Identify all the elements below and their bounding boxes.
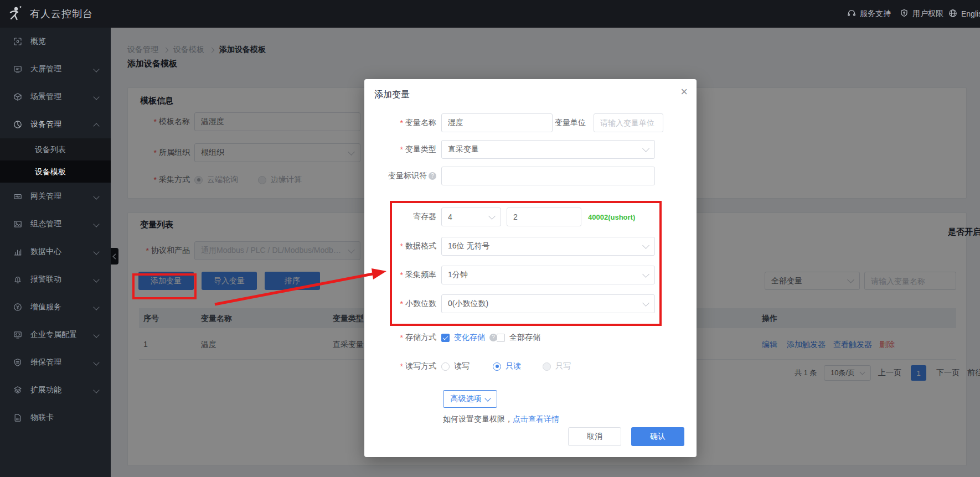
sidebar-item-label: 企业专属配置 bbox=[30, 330, 77, 340]
sidebar-item-label: 概览 bbox=[30, 37, 46, 46]
sidebar-item-label: 大屏管理 bbox=[30, 64, 61, 74]
variable-type-label: 变量类型 bbox=[364, 140, 436, 159]
gateway-icon bbox=[13, 192, 22, 201]
sidebar-item-scada-mgmt[interactable]: 组态管理 bbox=[0, 210, 111, 238]
permission-help-text: 如何设置变量权限，点击查看详情 bbox=[443, 414, 559, 424]
collect-frequency-label: 采集频率 bbox=[364, 266, 436, 284]
service-support-link[interactable]: 服务支持 bbox=[847, 0, 891, 28]
storage-method-label: 存储方式 bbox=[364, 328, 436, 347]
shield-lines-icon bbox=[13, 358, 22, 367]
cancel-button[interactable]: 取消 bbox=[568, 427, 621, 446]
radio-selected-icon[interactable] bbox=[493, 362, 501, 371]
sidebar-item-screen-mgmt[interactable]: 大屏管理 bbox=[0, 55, 111, 83]
decimal-places-select[interactable]: 0(小数位数) bbox=[441, 294, 655, 313]
chevron-down-icon bbox=[642, 299, 649, 307]
chevron-down-icon bbox=[642, 242, 649, 249]
register-type-select[interactable]: 4 bbox=[441, 208, 501, 226]
help-question-icon[interactable] bbox=[429, 172, 436, 180]
variable-unit-label: 变量单位 bbox=[555, 113, 588, 132]
bar-chart-icon bbox=[13, 247, 22, 256]
variable-type-select[interactable]: 直采变量 bbox=[441, 140, 655, 159]
data-format-value: 16位 无符号 bbox=[448, 241, 489, 251]
chevron-left-icon bbox=[112, 253, 118, 259]
rw-method-label: 读写方式 bbox=[364, 357, 436, 376]
sidebar-item-alarm-linkage[interactable]: 报警联动 bbox=[0, 266, 111, 293]
picture-icon bbox=[13, 220, 22, 229]
monitor-code-icon bbox=[13, 330, 22, 339]
sidebar-item-device-mgmt[interactable]: 设备管理 bbox=[0, 111, 111, 138]
collect-frequency-select[interactable]: 1分钟 bbox=[441, 266, 655, 284]
radio-disabled-icon bbox=[543, 362, 551, 371]
storage-all-option[interactable]: 全部存储 bbox=[497, 328, 540, 347]
chevron-down-icon bbox=[93, 193, 99, 199]
variable-identifier-input[interactable] bbox=[441, 167, 655, 185]
variable-name-input[interactable] bbox=[441, 113, 553, 132]
headset-icon bbox=[847, 9, 856, 19]
storage-all-label: 全部存储 bbox=[509, 333, 540, 343]
sidebar-subitem-label: 设备模板 bbox=[35, 167, 66, 176]
variable-type-value: 直采变量 bbox=[448, 144, 479, 154]
chevron-down-icon bbox=[93, 94, 99, 100]
sidebar-item-maintenance[interactable]: 维保管理 bbox=[0, 349, 111, 376]
pie-chart-icon bbox=[13, 120, 22, 129]
sidebar-item-data-center[interactable]: 数据中心 bbox=[0, 238, 111, 266]
close-icon[interactable] bbox=[680, 86, 688, 98]
big-screen-icon bbox=[13, 65, 22, 74]
layers-icon bbox=[13, 386, 22, 395]
checkbox-checked-icon[interactable] bbox=[441, 334, 450, 342]
chevron-down-icon bbox=[93, 248, 99, 255]
sidebar-item-label: 增值服务 bbox=[30, 302, 61, 312]
checkbox-unchecked-icon[interactable] bbox=[497, 334, 505, 342]
rw-option-readonly[interactable]: 只读 bbox=[493, 357, 521, 376]
device-mgmt-submenu: 设备列表 设备模板 bbox=[0, 138, 111, 183]
sidebar-item-enterprise-config[interactable]: 企业专属配置 bbox=[0, 321, 111, 349]
decimal-places-value: 0(小数位数) bbox=[448, 299, 488, 309]
radio-unselected-icon[interactable] bbox=[441, 362, 450, 371]
rw-option-readwrite[interactable]: 读写 bbox=[441, 357, 470, 376]
data-format-select[interactable]: 16位 无符号 bbox=[441, 237, 655, 256]
sidebar-item-device-template[interactable]: 设备模板 bbox=[0, 160, 111, 183]
sidebar-item-label: 维保管理 bbox=[30, 357, 61, 367]
sidebar-item-iot-card[interactable]: 物联卡 bbox=[0, 404, 111, 432]
chevron-down-icon bbox=[93, 66, 99, 72]
sidebar-item-label: 设备管理 bbox=[30, 120, 61, 129]
add-variable-modal: 添加变量 变量名称 变量单位 变量类型 直采变量 变量标识符 寄存器 4 400… bbox=[364, 79, 697, 457]
variable-unit-input[interactable] bbox=[594, 113, 663, 132]
confirm-button[interactable]: 确认 bbox=[631, 427, 684, 446]
variable-name-label: 变量名称 bbox=[364, 113, 436, 132]
view-details-link[interactable]: 点击查看详情 bbox=[513, 414, 559, 423]
sidebar-item-gateway-mgmt[interactable]: 网关管理 bbox=[0, 183, 111, 210]
sidebar-item-extensions[interactable]: 扩展功能 bbox=[0, 376, 111, 404]
sidebar-item-label: 网关管理 bbox=[30, 191, 61, 201]
sidebar-item-value-added[interactable]: 增值服务 bbox=[0, 293, 111, 321]
sidebar-collapse-handle[interactable] bbox=[111, 248, 118, 265]
storage-change-option[interactable]: 变化存储 bbox=[441, 328, 497, 347]
register-type-value: 4 bbox=[448, 212, 452, 221]
language-switch-link[interactable]: English bbox=[948, 0, 980, 28]
value-service-icon bbox=[13, 303, 22, 312]
user-permission-link[interactable]: 用户权限 bbox=[900, 0, 943, 28]
storage-change-label: 变化存储 bbox=[454, 333, 485, 343]
variable-identifier-label: 变量标识符 bbox=[364, 167, 436, 185]
register-address-input[interactable] bbox=[507, 208, 581, 226]
service-support-label: 服务支持 bbox=[860, 9, 891, 19]
advanced-options-button[interactable]: 高级选项 bbox=[443, 390, 497, 408]
language-label: English bbox=[961, 9, 980, 18]
sidebar-item-overview[interactable]: 概览 bbox=[0, 28, 111, 55]
user-permission-label: 用户权限 bbox=[912, 9, 943, 19]
chevron-down-icon bbox=[93, 359, 99, 365]
register-label: 寄存器 bbox=[364, 208, 436, 226]
help-question-icon[interactable] bbox=[489, 334, 497, 341]
chevron-down-icon bbox=[93, 221, 99, 227]
chevron-down-icon bbox=[642, 271, 649, 278]
decimal-places-label: 小数位数 bbox=[364, 294, 436, 313]
register-address-hint: 40002(ushort) bbox=[588, 213, 635, 221]
sidebar-item-label: 场景管理 bbox=[30, 92, 61, 102]
sidebar-item-device-list[interactable]: 设备列表 bbox=[0, 138, 111, 160]
collect-frequency-value: 1分钟 bbox=[448, 270, 468, 280]
rw-option-writeonly: 只写 bbox=[543, 357, 571, 376]
sidebar-item-scene-mgmt[interactable]: 场景管理 bbox=[0, 83, 111, 111]
sidebar-item-label: 数据中心 bbox=[30, 247, 61, 257]
cube-icon bbox=[13, 92, 22, 101]
chevron-down-icon bbox=[488, 212, 496, 220]
